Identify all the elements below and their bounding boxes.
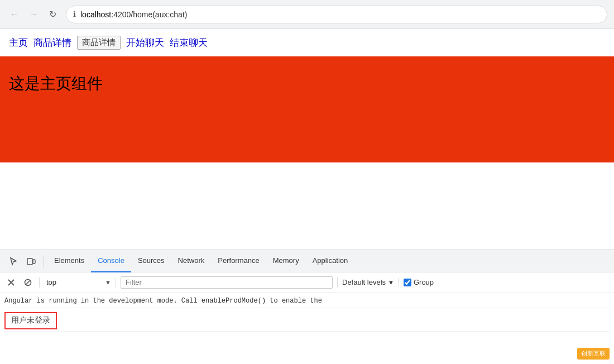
svg-rect-1 xyxy=(33,260,35,264)
url-host: localhost: xyxy=(80,10,113,19)
url-display: localhost:4200/home(aux:chat) xyxy=(80,10,187,19)
console-error-line: 用户未登录 xyxy=(4,308,610,332)
group-checkbox[interactable] xyxy=(404,279,411,286)
reload-button[interactable]: ↻ xyxy=(45,7,60,22)
toolbar-divider xyxy=(39,277,40,288)
toolbar-divider-3 xyxy=(337,277,338,288)
page-nav: 主页 商品详情 商品详情 开始聊天 结束聊天 xyxy=(0,29,614,56)
console-error-box: 用户未登录 xyxy=(4,312,57,330)
filter-input[interactable] xyxy=(121,276,333,289)
nav-buttons: ← → ↻ xyxy=(7,7,60,22)
svg-rect-0 xyxy=(27,258,32,265)
nav-button-product[interactable]: 商品详情 xyxy=(77,36,121,50)
tab-memory[interactable]: Memory xyxy=(266,250,306,272)
nav-link-product[interactable]: 商品详情 xyxy=(33,36,71,49)
context-select[interactable]: top xyxy=(44,277,100,288)
back-button[interactable]: ← xyxy=(7,7,22,22)
block-icon-btn[interactable] xyxy=(21,276,35,289)
tab-network[interactable]: Network xyxy=(171,250,212,272)
select-arrow-icon: ▼ xyxy=(105,279,111,286)
devtools-tabs: Elements Console Sources Network Perform… xyxy=(0,250,614,272)
nav-link-home[interactable]: 主页 xyxy=(9,36,28,49)
forward-button[interactable]: → xyxy=(26,7,41,22)
tab-console[interactable]: Console xyxy=(91,250,131,272)
levels-dropdown-icon: ▼ xyxy=(388,279,394,286)
clear-console-button[interactable] xyxy=(4,276,18,289)
tab-performance[interactable]: Performance xyxy=(211,250,266,272)
toolbar-divider-2 xyxy=(116,277,116,288)
info-icon: ℹ xyxy=(73,10,76,18)
page-content: 主页 商品详情 商品详情 开始聊天 结束聊天 这是主页组件 xyxy=(0,29,614,250)
url-path: 4200/home(aux:chat) xyxy=(113,10,187,19)
console-line: Angular is running in the development mo… xyxy=(4,295,610,308)
group-checkbox-wrapper: Group xyxy=(404,278,434,286)
console-output: Angular is running in the development mo… xyxy=(0,293,614,334)
top-select-wrapper: top ▼ xyxy=(44,277,111,288)
devtools-panel: Elements Console Sources Network Perform… xyxy=(0,250,614,364)
browser-toolbar: ← → ↻ ℹ localhost:4200/home(aux:chat) xyxy=(0,0,614,29)
nav-link-start-chat[interactable]: 开始聊天 xyxy=(126,36,164,49)
tab-elements[interactable]: Elements xyxy=(47,250,91,272)
tab-sources[interactable]: Sources xyxy=(131,250,171,272)
tab-divider xyxy=(44,256,44,267)
cursor-icon-btn[interactable] xyxy=(4,252,22,270)
default-levels-wrapper: Default levels ▼ xyxy=(342,278,394,286)
tab-application[interactable]: Application xyxy=(306,250,355,272)
group-label: Group xyxy=(414,278,434,286)
default-levels-label: Default levels xyxy=(342,278,386,286)
nav-link-end-chat[interactable]: 结束聊天 xyxy=(170,36,208,49)
watermark: 创新互联 xyxy=(577,348,610,360)
address-bar[interactable]: ℹ localhost:4200/home(aux:chat) xyxy=(66,6,607,23)
toolbar-divider-4 xyxy=(399,277,399,288)
devtools-toolbar: top ▼ Default levels ▼ Group xyxy=(0,272,614,293)
hero-text: 这是主页组件 xyxy=(9,73,103,94)
hero-section: 这是主页组件 xyxy=(0,56,614,162)
svg-line-3 xyxy=(26,280,30,285)
device-icon-btn[interactable] xyxy=(22,252,40,270)
